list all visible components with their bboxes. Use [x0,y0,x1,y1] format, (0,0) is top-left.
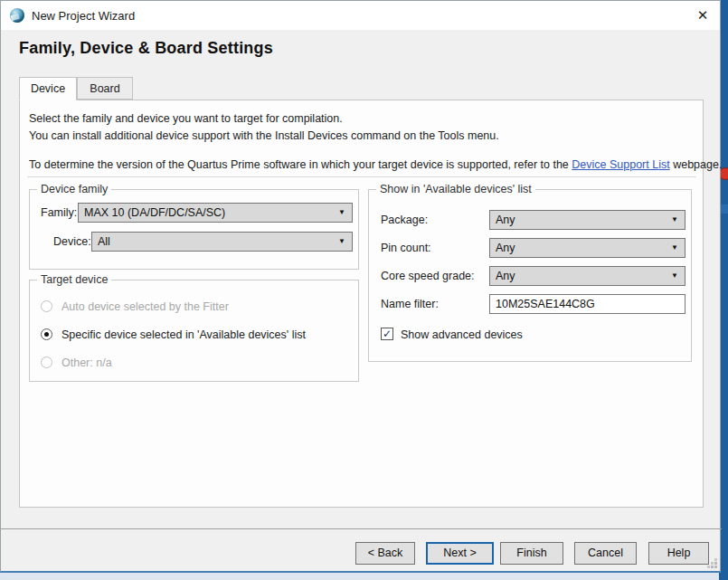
family-dropdown[interactable]: MAX 10 (DA/DF/DC/SA/SC) ▼ [78,203,353,223]
radio-auto-device-label: Auto device selected by the Fitter [61,300,229,313]
pin-count-label: Pin count: [381,242,431,254]
button-separator [1,528,722,529]
help-button[interactable]: Help [648,542,709,565]
radio-auto-device[interactable] [41,300,52,312]
device-dropdown-value: All [98,235,110,248]
quartus-app-icon [10,8,24,23]
new-project-wizard-dialog: New Project Wizard ✕ Family, Device & Bo… [0,0,721,573]
show-advanced-checkbox[interactable]: ✓ [381,328,393,340]
pin-count-dropdown[interactable]: Any ▼ [489,238,685,258]
show-filter-group: Show in 'Available devices' list Package… [368,189,692,362]
background-window-fragment [720,204,728,214]
radio-specific-device-label: Specific device selected in 'Available d… [61,328,306,341]
target-device-group-title: Target device [37,273,111,286]
finish-button[interactable]: Finish [500,542,563,565]
chevron-down-icon: ▼ [338,204,345,222]
check-icon: ✓ [383,328,392,340]
tab-device[interactable]: Device [19,77,77,100]
device-support-list-link[interactable]: Device Support List [572,158,669,171]
radio-specific-device[interactable] [41,328,52,340]
chevron-down-icon: ▼ [338,233,345,251]
intro-line-1: Select the family and device you want to… [29,112,343,125]
device-family-group: Device family Family: MAX 10 (DA/DF/DC/S… [29,189,359,270]
show-advanced-label: Show advanced devices [401,328,523,341]
name-filter-label: Name filter: [381,298,439,310]
core-speed-label: Core speed grade: [381,270,475,282]
package-dropdown[interactable]: Any ▼ [489,210,685,230]
intro-line-3: To determine the version of the Quartus … [29,158,722,171]
device-label: Device: [53,235,91,248]
cancel-button[interactable]: Cancel [574,542,637,565]
tab-board[interactable]: Board [77,77,133,100]
back-button[interactable]: < Back [355,542,415,565]
next-button[interactable]: Next > [426,542,494,565]
core-speed-dropdown-value: Any [496,270,515,282]
title-bar: New Project Wizard ✕ [1,1,720,30]
device-dropdown[interactable]: All ▼ [91,232,353,252]
family-dropdown-value: MAX 10 (DA/DF/DC/SA/SC) [84,206,225,219]
device-family-group-title: Device family [37,183,111,195]
chevron-down-icon: ▼ [671,267,678,285]
family-label: Family: [41,206,77,219]
chevron-down-icon: ▼ [671,239,678,257]
page-title: Family, Device & Board Settings [19,39,273,58]
core-speed-dropdown[interactable]: Any ▼ [489,266,685,286]
show-filter-group-title: Show in 'Available devices' list [376,183,535,195]
intro-separator [27,176,696,177]
radio-other[interactable] [41,357,52,368]
close-icon[interactable]: ✕ [693,6,713,24]
intro-line-3-prefix: To determine the version of the Quartus … [29,158,572,171]
radio-other-label: Other: n/a [61,357,112,369]
pin-count-dropdown-value: Any [496,242,515,254]
resize-grip[interactable] [714,566,717,568]
intro-line-2: You can install additional device suppor… [29,129,499,142]
window-title: New Project Wizard [32,9,135,23]
intro-line-3-suffix: webpage. [670,158,723,171]
chevron-down-icon: ▼ [671,211,678,229]
package-dropdown-value: Any [496,214,515,226]
name-filter-input[interactable] [489,294,685,314]
package-label: Package: [381,214,428,226]
device-tab-pane: Select the family and device you want to… [19,100,704,508]
target-device-group: Target device Auto device selected by th… [29,280,359,382]
